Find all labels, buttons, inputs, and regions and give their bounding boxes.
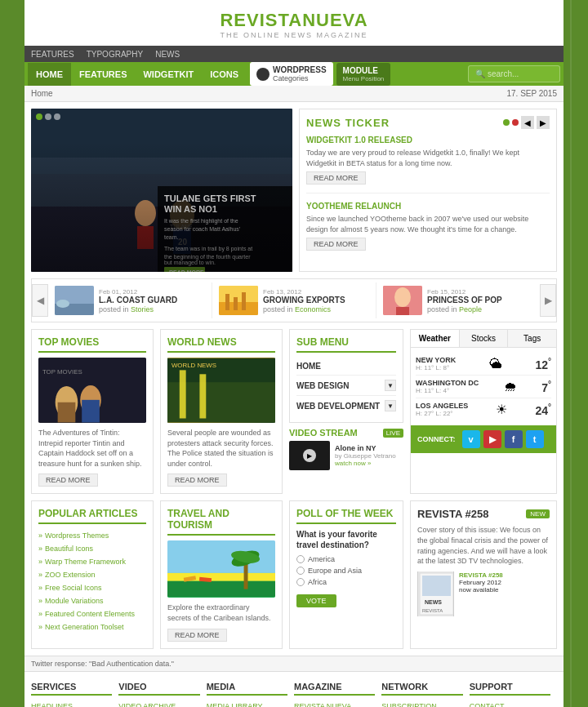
svg-rect-40 [199, 374, 206, 418]
poll-radio-1[interactable] [296, 555, 305, 563]
top-nav-features[interactable]: FEATURES [31, 50, 74, 59]
video-stream-section: VIDEO STREAM LIVE ▶ Alone in NY by Giuse… [289, 428, 403, 470]
tab-stocks[interactable]: Stocks [460, 330, 509, 347]
revista-detail-title: REVISTA #258 [459, 571, 503, 579]
connect-facebook[interactable]: f [505, 430, 523, 448]
connect-twitter[interactable]: t [526, 430, 544, 448]
svg-rect-52 [422, 576, 451, 596]
dot-3[interactable] [54, 113, 60, 120]
footer-magazine-link-1[interactable]: REVISTA NUEVA [294, 702, 351, 707]
travel-thumbnail [167, 540, 275, 598]
sub-articles-next[interactable]: ▶ [540, 284, 556, 317]
popular-link-2[interactable]: Beautiful Icons [45, 545, 93, 553]
submenu-webdesign-arrow[interactable]: ▼ [385, 380, 396, 391]
nav-module[interactable]: MODULE Menu Position [336, 63, 391, 86]
video-player: ▶ Alone in NY by Giuseppe Vetrano watch … [289, 441, 403, 470]
popular-link-5[interactable]: Free Social Icons [45, 584, 102, 592]
hero-slider: 20 TULANE TULANE GETS FIRST WIN AS NO1 I… [31, 109, 292, 272]
date-display: 17. SEP 2015 [506, 89, 557, 98]
footer-services: SERVICES HEADLINES RSS FEED NEWSLETTER M… [31, 682, 118, 707]
top-nav-news[interactable]: NEWS [155, 50, 180, 59]
popular-link-7[interactable]: Featured Content Elements [45, 610, 135, 618]
submenu-webdev[interactable]: WEB DEVELOPMENT ▼ [296, 396, 396, 416]
poll-option-1[interactable]: America [296, 555, 396, 563]
vote-button[interactable]: VOTE [296, 594, 336, 607]
submenu-title: SUB MENU [296, 336, 396, 353]
poll-radio-2[interactable] [296, 567, 305, 575]
play-icon[interactable]: ▶ [303, 449, 316, 462]
popular-list: Wordpress Themes Beautiful Icons Warp Th… [38, 529, 146, 634]
site-tagline: THE ONLINE NEWS MAGAZINE [24, 31, 564, 39]
submenu-webdesign[interactable]: WEB DESIGN ▼ [296, 376, 396, 396]
video-name: Alone in NY [335, 444, 403, 452]
search-input[interactable] [488, 69, 553, 78]
news-ticker: NEWS TICKER ◀ ▶ WIDGETKIT 1.0 RELEASED T… [299, 109, 557, 272]
nav-features[interactable]: FEATURES [71, 63, 135, 86]
weather-newyork-icon: 🌥 [489, 357, 502, 371]
search-icon: 🔍 [475, 69, 485, 78]
ticker-item-2-readmore[interactable]: READ MORE [306, 238, 366, 251]
travel-readmore[interactable]: READ MORE [167, 629, 227, 642]
footer-video-title: VIDEO [118, 682, 199, 696]
poll-option-2[interactable]: Europe and Asia [296, 567, 396, 575]
ticker-item-1-readmore[interactable]: READ MORE [306, 171, 366, 185]
nav-home[interactable]: HOME [28, 63, 71, 86]
poll-option-3[interactable]: Africa [296, 578, 396, 586]
dot-2[interactable] [45, 113, 51, 120]
svg-text:REVISTA: REVISTA [422, 608, 443, 613]
site-title: REVISTANUEVA [24, 10, 564, 31]
movies-description: The Adventures of Tintin: Intrepid repor… [38, 428, 146, 469]
top-nav-typography[interactable]: TYPOGRAPHY [87, 50, 143, 59]
footer-video-link-1[interactable]: VIDEO ARCHIVE [118, 702, 176, 707]
footer-support-title: SUPPORT [470, 682, 550, 696]
popular-link-1[interactable]: Wordpress Themes [45, 531, 109, 540]
footer-network-link-1[interactable]: SUBSCRIPTION [381, 702, 437, 707]
nav-search-box: 🔍 [468, 65, 560, 82]
ticker-prev[interactable]: ◀ [521, 116, 534, 129]
ticker-dot-green [503, 119, 510, 126]
footer-media-link-1[interactable]: MEDIA LIBRARY [207, 702, 263, 707]
footer-services-title: SERVICES [31, 682, 112, 696]
popular-link-6[interactable]: Module Variations [45, 597, 103, 605]
popular-link-3[interactable]: Warp Theme Framework [45, 558, 126, 566]
popular-link-4[interactable]: ZOO Extension [45, 571, 96, 579]
footer-network: NETWORK SUBSCRIPTION ONLINE SHOP BLOG PA… [381, 682, 469, 707]
ticker-item-1-title: WIDGETKIT 1.0 RELEASED [306, 136, 550, 145]
ticker-item-1-text: Today we are very proud to release Widge… [306, 148, 550, 168]
submenu-home[interactable]: HOME [296, 358, 396, 376]
weather-washington: WASHINGTON DC H: 11° L: 4° 🌧 7° [416, 376, 551, 398]
nav-icons[interactable]: ICONS [202, 63, 247, 86]
travel-description: Explore the extraordinary secrets of the… [167, 603, 275, 623]
top-nav: FEATURES TYPOGRAPHY NEWS [24, 46, 564, 62]
popular-item-2: Beautiful Icons [38, 542, 146, 555]
nav-wordpress[interactable]: WORDPRESS Categories [250, 62, 333, 86]
connect-youtube[interactable]: ▶ [483, 430, 501, 448]
video-watchnow[interactable]: watch now » [335, 460, 403, 467]
popular-item-4: ZOO Extension [38, 568, 146, 581]
dot-1[interactable] [36, 113, 42, 120]
tab-tags[interactable]: Tags [508, 330, 556, 347]
nav-widgetkit[interactable]: WIDGETKIT [135, 63, 202, 86]
world-readmore[interactable]: READ MORE [167, 474, 227, 487]
footer-service-link-1[interactable]: HEADLINES [31, 702, 73, 707]
popular-title: POPULAR ARTICLES [38, 508, 146, 524]
twitter-bar: Twitter response: "Bad Authentication da… [24, 656, 564, 672]
footer-support-link-1[interactable]: CONTACT [470, 702, 505, 707]
video-thumbnail[interactable]: ▶ [289, 441, 330, 470]
connect-vimeo[interactable]: v [462, 430, 480, 448]
svg-rect-27 [242, 292, 246, 310]
poll-radio-3[interactable] [296, 578, 305, 586]
travel-section: TRAVEL AND TOURISM [160, 500, 283, 648]
sub-articles-row: ◀ Feb 01, 2012 L.A. COAST GUARD posted i… [31, 278, 557, 322]
sub-articles-prev[interactable]: ◀ [32, 284, 48, 317]
tab-weather[interactable]: Weather [411, 330, 460, 347]
video-author: by Giuseppe Vetrano [335, 452, 403, 460]
popular-item-1: Wordpress Themes [38, 529, 146, 542]
video-title: VIDEO STREAM [289, 428, 358, 438]
submenu-webdev-arrow[interactable]: ▼ [385, 400, 396, 411]
popular-link-8[interactable]: Next Generation Toolset [45, 623, 123, 631]
movies-readmore[interactable]: READ MORE [38, 474, 98, 487]
ticker-next[interactable]: ▶ [537, 116, 550, 129]
sub-menu-section: SUB MENU HOME WEB DESIGN ▼ WEB DEVELOPME… [289, 329, 403, 423]
revista-detail-sub: February 2012now available [459, 579, 501, 594]
